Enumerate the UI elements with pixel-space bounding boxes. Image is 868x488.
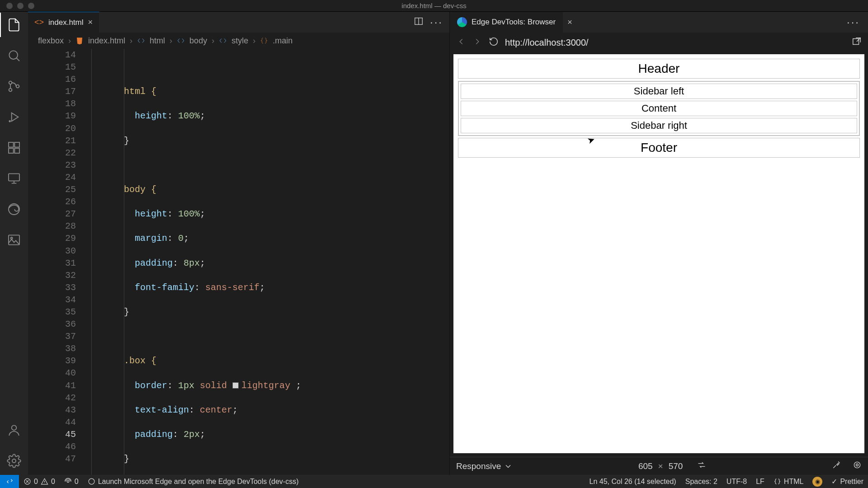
code-token: border (135, 380, 167, 391)
ports-count: 0 (75, 478, 79, 486)
chevron-down-icon (504, 462, 513, 471)
activity-bar (0, 12, 28, 475)
close-icon[interactable]: × (88, 18, 93, 27)
code-content[interactable]: html { height: 100%; } body { height: 10… (91, 49, 449, 475)
extensions-icon[interactable] (6, 140, 22, 155)
more-actions-icon[interactable]: ··· (430, 16, 443, 28)
reload-button[interactable] (489, 37, 499, 49)
indentation-status[interactable]: Spaces: 2 (681, 475, 722, 488)
viewport-height[interactable]: 570 (669, 461, 683, 471)
problems-indicator[interactable]: 0 0 (19, 475, 60, 488)
encoding-status[interactable]: UTF-8 (722, 475, 751, 488)
device-toolbar: Responsive 605 × 570 (450, 457, 868, 475)
element-icon (137, 37, 145, 45)
code-token: } (124, 454, 129, 464)
url-bar[interactable]: http://localhost:3000/ (505, 38, 845, 48)
browser-viewport[interactable]: Header Sidebar left Content Sidebar righ… (453, 54, 864, 453)
preview-sidebar-right-box: Sidebar right (461, 118, 857, 133)
remote-explorer-icon[interactable] (6, 171, 22, 186)
eyedropper-icon[interactable] (832, 460, 841, 472)
code-token: } (124, 307, 129, 317)
back-button[interactable] (456, 37, 466, 49)
code-token: 8px (184, 258, 200, 268)
svg-rect-7 (9, 148, 14, 153)
svg-point-1 (9, 81, 12, 84)
window-close-icon[interactable] (6, 3, 13, 9)
breadcrumb-html[interactable]: html (150, 36, 165, 46)
window-minimize-icon[interactable] (17, 3, 24, 9)
breadcrumb-body[interactable]: body (189, 36, 207, 46)
remote-indicator[interactable] (0, 475, 19, 488)
code-token: 100% (178, 111, 200, 121)
language-mode[interactable]: HTML (769, 475, 808, 488)
more-actions-icon[interactable]: ··· (847, 16, 868, 28)
line-gutter: 14151617 18192021 22232425 26272829 3031… (28, 49, 91, 475)
editor-actions: ··· (414, 12, 449, 33)
code-token: 0 (178, 233, 184, 244)
code-token: padding (135, 429, 173, 440)
code-token: .box { (124, 356, 156, 366)
breadcrumb-folder[interactable]: flexbox (38, 36, 64, 46)
run-debug-icon[interactable] (6, 109, 22, 125)
search-icon[interactable] (6, 48, 22, 63)
accounts-icon[interactable] (6, 422, 22, 438)
code-token: height (135, 111, 167, 121)
code-token: 1px (178, 380, 194, 391)
chevron-right-icon: › (130, 36, 132, 46)
code-token: html { (124, 86, 156, 97)
explorer-icon[interactable] (6, 17, 22, 33)
element-icon (219, 37, 227, 45)
split-editor-icon[interactable] (414, 16, 424, 28)
ports-indicator[interactable]: 0 (60, 475, 83, 488)
main-area: <> index.html × ··· flexbox › index.html… (0, 12, 868, 475)
code-token: center (200, 405, 232, 415)
viewport-width[interactable]: 605 (638, 461, 653, 471)
code-editor[interactable]: 14151617 18192021 22232425 26272829 3031… (28, 49, 449, 475)
editor-tab-label: index.html (48, 18, 83, 27)
code-token: } (124, 136, 129, 146)
breadcrumb-style[interactable]: style (231, 36, 248, 46)
source-control-icon[interactable] (6, 79, 22, 94)
status-bar: 0 0 0 Launch Microsoft Edge and open the… (0, 475, 868, 488)
editor-tabs: <> index.html × ··· (28, 12, 449, 33)
window-controls (0, 3, 34, 9)
code-token: lightgray (241, 380, 290, 391)
dimension-separator: × (658, 461, 663, 471)
cursor-position[interactable]: Ln 45, Col 26 (14 selected) (585, 475, 681, 488)
editor-tab-index-html[interactable]: <> index.html × (28, 12, 99, 33)
color-swatch-icon[interactable] (232, 382, 239, 389)
window-zoom-icon[interactable] (28, 3, 34, 9)
svg-point-13 (12, 425, 17, 430)
editor-group: <> index.html × ··· flexbox › index.html… (28, 12, 449, 475)
launch-edge-button[interactable]: Launch Microsoft Edge and open the Edge … (83, 475, 303, 488)
forward-button[interactable] (472, 37, 482, 49)
svg-rect-5 (9, 142, 14, 147)
code-token: text-align (135, 405, 189, 415)
open-external-icon[interactable] (852, 37, 862, 49)
prettier-status[interactable]: ✓ Prettier (827, 475, 868, 488)
svg-point-21 (89, 479, 94, 484)
device-label: Responsive (456, 461, 501, 471)
devtools-tab-browser[interactable]: Edge DevTools: Browser (450, 12, 563, 33)
close-icon[interactable]: × (563, 18, 577, 27)
svg-point-14 (12, 459, 16, 463)
settings-gear-icon[interactable] (6, 453, 22, 469)
chevron-right-icon: › (253, 36, 255, 46)
breadcrumbs[interactable]: flexbox › index.html › html › body › sty… (28, 33, 449, 49)
target-icon[interactable] (853, 460, 862, 472)
svg-rect-6 (14, 142, 19, 147)
eol-status[interactable]: LF (751, 475, 769, 488)
edge-tools-icon[interactable] (6, 202, 22, 217)
svg-point-3 (16, 85, 19, 88)
prettier-label: Prettier (840, 478, 863, 486)
code-token: 100% (178, 209, 200, 219)
live-server-indicator[interactable]: ◉ (808, 475, 827, 488)
rotate-icon[interactable] (697, 460, 706, 472)
device-selector[interactable]: Responsive (456, 461, 513, 471)
breadcrumb-file[interactable]: index.html (88, 36, 125, 46)
breadcrumb-main[interactable]: .main (273, 36, 292, 46)
chevron-right-icon: › (170, 36, 172, 46)
image-preview-icon[interactable] (6, 232, 22, 248)
svg-point-4 (9, 121, 10, 122)
code-token: sans-serif (205, 282, 259, 293)
